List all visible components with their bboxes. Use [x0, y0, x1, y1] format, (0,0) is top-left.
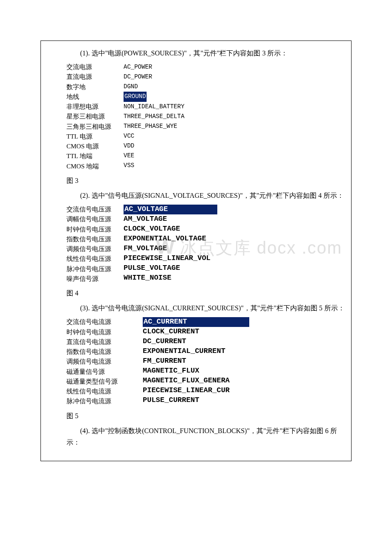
label-row: 线性信号电流源: [66, 387, 118, 396]
list-item[interactable]: NON_IDEAL_BATTERY: [124, 102, 184, 112]
list-item[interactable]: FM_VOLTAGE: [124, 244, 217, 254]
list-item[interactable]: VDD: [124, 141, 184, 151]
label-row: 直流电源: [66, 72, 111, 82]
selected-text: GROUND: [124, 92, 147, 101]
label-row: 交流电源: [66, 62, 111, 72]
list-item-selected[interactable]: AC_VOLTAGE: [124, 205, 217, 214]
list-item[interactable]: VCC: [124, 131, 184, 141]
label-row: TTL 电源: [66, 132, 111, 142]
figure-3: 交流电源 直流电源 数字地 地线 非理想电源 星形三相电源 三角形三相电源 TT…: [66, 62, 351, 171]
figure-4-items: AC_VOLTAGE AM_VOLTAGE CLOCK_VOLTAGE EXPO…: [124, 205, 217, 283]
list-item-selected[interactable]: GROUND: [124, 92, 184, 101]
list-item[interactable]: AC_POWER: [124, 62, 184, 72]
label-row: 直流信号电流源: [66, 337, 118, 347]
label-row: 时钟信号电流源: [66, 327, 118, 337]
label-row: TTL 地端: [66, 151, 111, 161]
label-row: 星形三相电源: [66, 112, 111, 121]
selected-text: AC_CURRENT: [143, 317, 249, 327]
label-row: 非理想电源: [66, 102, 111, 112]
section-2-intro: (2). 选中"信号电压源(SIGNAL_VOLTAGE_SOURCES)"，其…: [41, 190, 351, 201]
label-row: 噪声信号源: [66, 274, 111, 284]
label-row: 线性信号电压源: [66, 254, 111, 264]
label-row: 调幅信号电压源: [66, 214, 111, 224]
list-item[interactable]: FM_CURRENT: [143, 356, 249, 366]
list-item[interactable]: AM_VOLTAGE: [124, 214, 217, 224]
list-item[interactable]: EXPONENTIAL_CURRENT: [143, 347, 249, 356]
list-item[interactable]: THREE_PHASE_WYE: [124, 121, 184, 131]
list-item[interactable]: DC_CURRENT: [143, 337, 249, 347]
section-3-intro: (3). 选中"信号电流源(SIGNAL_CURRENT_SOURCES)"，其…: [41, 302, 351, 314]
section-3-intro-text: (3). 选中"信号电流源(SIGNAL_CURRENT_SOURCES)"，其…: [80, 304, 345, 312]
list-item-selected[interactable]: AC_CURRENT: [143, 317, 249, 327]
list-item[interactable]: CLOCK_VOLTAGE: [124, 224, 217, 234]
list-item[interactable]: DGND: [124, 82, 184, 92]
label-row: 地线: [66, 92, 111, 102]
section-4-intro: (4). 选中"控制函数块(CONTROL_FUNCTION_BLOCKS)"，…: [41, 425, 351, 448]
label-row: 指数信号电流源: [66, 347, 118, 357]
figure-5: 交流信号电流源 时钟信号电流源 直流信号电流源 指数信号电流源 调频信号电流源 …: [66, 317, 351, 406]
page-content: (1). 选中"电源(POWER_SOURCES)"，其"元件"栏下内容如图 3…: [40, 40, 352, 461]
figure-3-caption: 图 3: [41, 171, 351, 190]
section-1-intro: (1). 选中"电源(POWER_SOURCES)"，其"元件"栏下内容如图 3…: [41, 47, 351, 59]
label-row: 脉冲信号电流源: [66, 396, 118, 406]
label-row: 磁通量类型信号源: [66, 377, 118, 387]
figure-5-labels: 交流信号电流源 时钟信号电流源 直流信号电流源 指数信号电流源 调频信号电流源 …: [66, 317, 118, 406]
section-2-intro-text: (2). 选中"信号电压源(SIGNAL_VOLTAGE_SOURCES)"，其…: [80, 192, 344, 199]
selected-text: AC_VOLTAGE: [124, 205, 217, 214]
list-item[interactable]: PULSE_VOLTAGE: [124, 263, 217, 273]
label-row: 磁通量信号源: [66, 367, 118, 377]
figure-5-caption: 图 5: [41, 407, 351, 425]
figure-4: W 冰点文库 docx .com 交流信号电压源 调幅信号电压源 时钟信号电压源…: [66, 205, 351, 284]
list-item[interactable]: EXPONENTIAL_VOLTAGE: [124, 234, 217, 244]
label-row: 交流信号电流源: [66, 317, 118, 327]
figure-3-items: AC_POWER DC_POWER DGND GROUND NON_IDEAL_…: [124, 62, 184, 171]
figure-5-items: AC_CURRENT CLOCK_CURRENT DC_CURRENT EXPO…: [143, 317, 249, 405]
section-4-intro-text: (4). 选中"控制函数块(CONTROL_FUNCTION_BLOCKS)"，…: [66, 427, 337, 446]
label-row: 数字地: [66, 82, 111, 92]
list-item[interactable]: PIECEWISE_LINEAR_VOL: [124, 254, 217, 263]
list-item[interactable]: WHITE_NOISE: [124, 273, 217, 283]
list-item[interactable]: DC_POWER: [124, 72, 184, 82]
list-item[interactable]: PIECEWISE_LINEAR_CUR: [143, 386, 249, 396]
label-row: 三角形三相电源: [66, 122, 111, 132]
list-item[interactable]: MAGNETIC_FLUX: [143, 366, 249, 376]
label-row: CMOS 地端: [66, 162, 111, 171]
label-row: 调频信号电压源: [66, 244, 111, 254]
label-row: 时钟信号电压源: [66, 225, 111, 234]
label-row: 脉冲信号电压源: [66, 264, 111, 274]
label-row: 调频信号电流源: [66, 357, 118, 367]
figure-4-caption: 图 4: [41, 284, 351, 302]
label-row: 交流信号电压源: [66, 205, 111, 214]
list-item[interactable]: THREE_PHASE_DELTA: [124, 112, 184, 121]
section-1-intro-text: (1). 选中"电源(POWER_SOURCES)"，其"元件"栏下内容如图 3…: [80, 49, 288, 57]
list-item[interactable]: MAGNETIC_FLUX_GENERA: [143, 376, 249, 386]
list-item[interactable]: CLOCK_CURRENT: [143, 327, 249, 337]
label-row: CMOS 电源: [66, 142, 111, 151]
list-item[interactable]: VEE: [124, 151, 184, 161]
figure-4-labels: 交流信号电压源 调幅信号电压源 时钟信号电压源 指数信号电压源 调频信号电压源 …: [66, 205, 111, 284]
list-item[interactable]: VSS: [124, 161, 184, 171]
figure-3-labels: 交流电源 直流电源 数字地 地线 非理想电源 星形三相电源 三角形三相电源 TT…: [66, 62, 111, 171]
list-item[interactable]: PULSE_CURRENT: [143, 396, 249, 405]
label-row: 指数信号电压源: [66, 234, 111, 244]
